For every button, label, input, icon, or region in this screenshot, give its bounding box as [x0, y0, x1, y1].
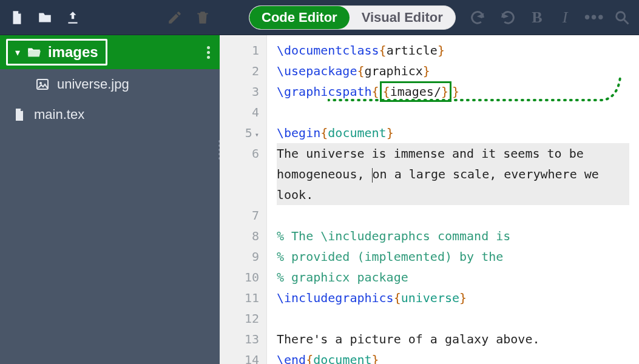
file-row-main[interactable]: main.tex [0, 99, 220, 130]
trash-icon [195, 10, 211, 25]
edit-actions [165, 8, 212, 27]
line-number: 10 [220, 267, 259, 288]
code-line[interactable] [277, 205, 629, 226]
code-line[interactable]: % provided (implemented) by the [277, 246, 629, 267]
redo-button[interactable] [498, 8, 518, 27]
token-cmd: \begin [277, 126, 320, 140]
token-brace: { [372, 84, 379, 99]
folder-menu-button[interactable] [207, 46, 210, 59]
tab-code-editor[interactable]: Code Editor [249, 6, 350, 29]
code-line[interactable]: \end{document} [277, 349, 629, 364]
token-text: There's a picture of a galaxy above. [277, 332, 539, 346]
delete-button[interactable] [193, 8, 212, 27]
token-text: graphicx [365, 64, 423, 78]
token-brace: } [387, 126, 394, 140]
line-number: 8 [220, 226, 259, 246]
folder-icon [37, 10, 53, 25]
token-cmd: \graphicspath [277, 84, 372, 99]
code-line[interactable]: \documentclass{article} [277, 40, 629, 61]
top-toolbar: Code Editor Visual Editor B I ••• [0, 0, 639, 35]
rename-button[interactable] [165, 8, 184, 27]
token-text: article [387, 43, 438, 58]
token-cmd: \usepackage [277, 64, 357, 78]
code-line[interactable]: \includegraphics{universe} [277, 288, 629, 308]
code-line[interactable]: The universe is immense and it seems to … [277, 143, 629, 205]
line-number: 5 [220, 123, 259, 143]
token-brace: { [357, 64, 364, 78]
line-number: 1 [220, 40, 259, 61]
line-number: 4 [220, 102, 259, 123]
code-line[interactable]: \usepackage{graphicx} [277, 61, 629, 81]
undo-icon [469, 9, 486, 26]
token-brace: { [320, 126, 328, 140]
line-number: 11 [220, 288, 259, 308]
token-brace: { [306, 352, 313, 364]
line-number: 6 [220, 143, 259, 205]
token-brace: } [452, 84, 459, 99]
token-brace: } [459, 291, 467, 305]
folder-pill: ▾ images [6, 39, 107, 66]
code-line[interactable]: % graphicx package [277, 267, 629, 288]
new-file-button[interactable] [7, 8, 27, 27]
more-button[interactable]: ••• [584, 8, 601, 27]
line-number: 3 [220, 81, 259, 102]
code-line[interactable]: % The \includegraphcs command is [277, 226, 629, 246]
token-brace: } [423, 64, 430, 78]
chevron-down-icon: ▾ [15, 47, 20, 58]
token-cmd: \includegraphics [277, 291, 394, 305]
code-line[interactable]: There's a picture of a galaxy above. [277, 329, 629, 349]
pencil-icon [167, 10, 183, 25]
open-folder-button[interactable] [35, 8, 55, 27]
main-area: ▾ images universe.jpg main.tex ‹ [0, 35, 639, 364]
code-line[interactable]: \graphicspath{{images/}} [277, 81, 629, 102]
token-comment: % The \includegraphcs command is [277, 229, 510, 243]
redo-icon [499, 9, 516, 26]
upload-button[interactable] [63, 8, 83, 27]
folder-row-images[interactable]: ▾ images [0, 35, 220, 69]
token-brace: } [372, 352, 379, 364]
line-number: 13 [220, 329, 259, 349]
line-number-gutter: 1234567891011121314 [220, 35, 267, 364]
token-comment: % graphicx package [277, 270, 408, 285]
line-number: 2 [220, 61, 259, 81]
code-editor[interactable]: 1234567891011121314 \documentclass{artic… [220, 35, 639, 364]
svg-point-2 [39, 82, 42, 84]
undo-button[interactable] [468, 8, 487, 27]
code-line[interactable] [277, 102, 629, 123]
folder-open-icon [26, 44, 42, 60]
line-number: 7 [220, 205, 259, 226]
image-icon [35, 77, 50, 92]
search-icon [614, 9, 631, 26]
line-number: 14 [220, 349, 259, 364]
svg-point-0 [617, 12, 625, 20]
token-comment: % provided (implemented) by the [277, 249, 503, 264]
format-actions: B I ••• [468, 8, 632, 27]
italic-button[interactable]: I [556, 8, 573, 27]
file-icon [12, 107, 27, 122]
file-name-label: main.tex [34, 107, 220, 123]
token-brace: { [379, 43, 387, 58]
token-env: universe [401, 291, 459, 305]
file-row-universe[interactable]: universe.jpg [0, 69, 220, 99]
token-env: document [328, 126, 386, 140]
tab-visual-editor[interactable]: Visual Editor [350, 6, 455, 29]
token-cmd: \documentclass [277, 43, 379, 58]
folder-name-label: images [48, 44, 98, 61]
file-tree-sidebar: ▾ images universe.jpg main.tex ‹ [0, 35, 220, 364]
file-name-label: universe.jpg [57, 76, 220, 92]
app-root: Code Editor Visual Editor B I ••• ▾ [0, 0, 639, 364]
token-brace: } [438, 43, 445, 58]
token-cmd: \end [277, 352, 306, 364]
line-number: 9 [220, 246, 259, 267]
editor-mode-toggle[interactable]: Code Editor Visual Editor [249, 5, 456, 30]
code-body[interactable]: \documentclass{article}\usepackage{graph… [267, 35, 639, 364]
token-env: document [313, 352, 371, 364]
line-number: 12 [220, 308, 259, 329]
code-line[interactable]: \begin{document} [277, 123, 629, 143]
token-brace: { [394, 291, 401, 305]
code-line[interactable] [277, 308, 629, 329]
file-icon [9, 10, 25, 25]
file-actions [7, 8, 83, 27]
bold-button[interactable]: B [529, 8, 546, 27]
search-button[interactable] [612, 8, 632, 27]
